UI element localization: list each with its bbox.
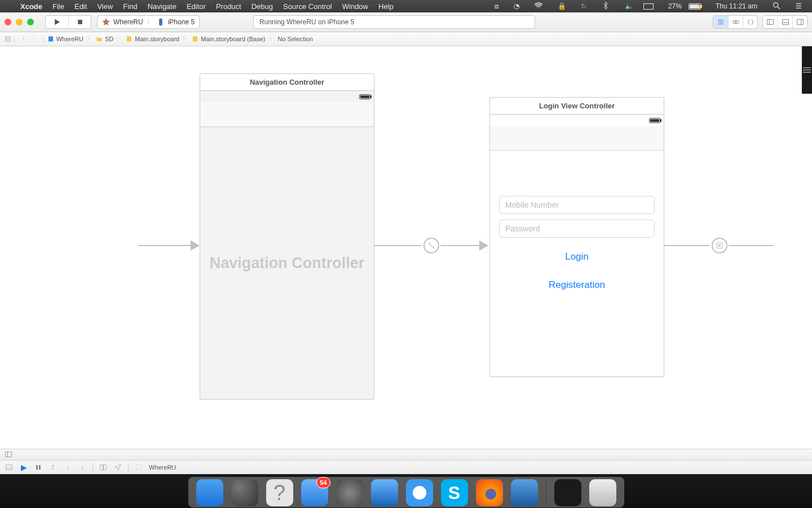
menu-editor[interactable]: Editor [182, 2, 210, 11]
debug-bar: ▶ ⤴ ↓ ↑ WhereRU [0, 460, 812, 474]
crumb-folder[interactable]: SD [105, 36, 113, 42]
battery-status[interactable]: 27% ⚡ [659, 2, 705, 10]
hide-debug-icon[interactable] [5, 463, 14, 472]
login-view-controller-scene[interactable]: Login View Controller Mobile Number Pass… [489, 97, 664, 377]
dock-minimized-window-icon[interactable] [554, 479, 581, 506]
version-editor-icon[interactable] [743, 16, 757, 28]
related-items-icon[interactable] [5, 36, 11, 42]
dock-help-icon[interactable]: ? [266, 479, 293, 506]
editor-mode-segmented[interactable] [713, 15, 758, 29]
mobile-number-field[interactable]: Mobile Number [499, 196, 655, 214]
status-bar [200, 91, 374, 102]
outline-toggle-icon[interactable] [5, 450, 12, 458]
process-name[interactable]: WhereRU [149, 464, 176, 471]
desktop-background: ? 54 S [0, 474, 812, 508]
menu-product[interactable]: Product [211, 2, 246, 11]
menu-navigate[interactable]: Navigate [143, 2, 181, 11]
notification-center-icon[interactable]: ☰ [791, 2, 806, 10]
menu-debug[interactable]: Debug [247, 2, 277, 11]
step-over-icon[interactable]: ⤴ [48, 463, 58, 472]
login-button[interactable]: Login [565, 251, 589, 262]
storyboard-canvas[interactable]: Navigation Controller Navigation Control… [0, 46, 812, 460]
location-icon[interactable] [113, 463, 122, 472]
forward-button[interactable]: 〉 [30, 35, 40, 43]
password-field[interactable]: Password [499, 220, 655, 238]
dock-trash-icon[interactable] [589, 479, 616, 506]
crumb-file[interactable]: Main.storyboard [135, 36, 179, 42]
wifi-icon[interactable] [529, 1, 548, 12]
app-menu[interactable]: Xcode [16, 2, 47, 11]
dock-system-preferences-icon[interactable] [336, 479, 363, 506]
menu-edit[interactable]: Edit [70, 2, 91, 11]
pocket-icon[interactable]: ◔ [509, 2, 524, 10]
breakpoint-toggle-icon[interactable]: ▶ [19, 463, 28, 472]
device-icon [157, 18, 165, 26]
dock-launchpad-icon[interactable] [231, 479, 258, 506]
dock: ? 54 S [188, 477, 624, 507]
input-icon[interactable] [643, 3, 654, 10]
process-icon[interactable] [134, 463, 143, 472]
step-into-icon[interactable]: ↓ [63, 463, 72, 472]
show-segue-icon[interactable] [712, 238, 727, 253]
dock-safari-icon[interactable] [406, 479, 433, 506]
svg-rect-17 [6, 37, 8, 39]
menu-window[interactable]: Window [338, 2, 373, 11]
svg-line-26 [430, 244, 434, 248]
menu-find[interactable]: Find [118, 2, 142, 11]
toggle-utilities-icon[interactable] [792, 16, 807, 28]
menu-help[interactable]: Help [374, 2, 398, 11]
assistant-editor-icon[interactable] [728, 16, 743, 28]
menu-view[interactable]: View [92, 2, 117, 11]
view-debug-icon[interactable] [99, 463, 108, 472]
crumb-project[interactable]: WhereRU [56, 36, 83, 42]
stop-button[interactable] [68, 16, 91, 28]
scheme-target-label: WhereRU [113, 18, 143, 26]
dock-xcode-icon[interactable] [371, 479, 398, 506]
standard-editor-icon[interactable] [713, 16, 728, 28]
hidden-panel-tab[interactable] [802, 46, 812, 94]
run-button[interactable] [46, 16, 68, 28]
dock-simulator-icon[interactable] [511, 479, 538, 506]
lock-icon[interactable]: 🔒 [553, 2, 571, 10]
menu-source-control[interactable]: Source Control [279, 2, 337, 11]
svg-rect-21 [48, 37, 53, 42]
crumb-base[interactable]: Main.storyboard (Base) [201, 36, 265, 42]
dock-skype-icon[interactable]: S [441, 479, 468, 506]
jump-bar[interactable]: | 〈 〉 | WhereRU 〉 SD 〉 Main.storyboard 〉… [0, 32, 812, 46]
window-minimize-button[interactable] [16, 19, 23, 25]
crumb-selection[interactable]: No Selection [278, 36, 313, 42]
spotlight-icon[interactable] [767, 1, 785, 12]
dock-finder-icon[interactable] [196, 479, 223, 506]
window-zoom-button[interactable] [27, 19, 34, 25]
root-segue-icon[interactable] [423, 238, 439, 253]
navigation-controller-scene[interactable]: Navigation Controller Navigation Control… [200, 73, 374, 400]
window-close-button[interactable] [5, 19, 11, 25]
back-button[interactable]: 〈 [17, 35, 28, 43]
dock-mail-icon[interactable]: 54 [301, 479, 328, 506]
mobile-placeholder: Mobile Number [505, 200, 559, 209]
status-bar [490, 115, 664, 126]
dock-firefox-icon[interactable] [476, 479, 503, 506]
menu-file[interactable]: File [48, 2, 69, 11]
step-out-icon[interactable]: ↑ [78, 463, 87, 472]
bluetooth-icon[interactable] [597, 1, 615, 12]
panel-toggle-segmented[interactable] [762, 15, 807, 29]
svg-rect-29 [6, 452, 12, 457]
toggle-navigator-icon[interactable] [763, 16, 778, 28]
pause-icon[interactable] [34, 463, 43, 472]
svg-rect-23 [193, 37, 197, 42]
svg-rect-15 [797, 19, 803, 24]
svg-rect-19 [6, 40, 8, 42]
toolbar: WhereRU 〉 iPhone 5 Running WhereRU on iP… [0, 12, 812, 32]
menu-bar: Xcode File Edit View Find Navigate Edito… [0, 0, 812, 12]
toggle-debug-icon[interactable] [778, 16, 792, 28]
registration-button[interactable]: Registeration [549, 279, 605, 291]
scheme-selector[interactable]: WhereRU 〉 iPhone 5 [97, 15, 200, 29]
nav-controller-placeholder: Navigation Controller [200, 127, 374, 399]
clock[interactable]: Thu 11:21 am [711, 2, 762, 10]
svg-point-0 [774, 2, 778, 7]
svg-rect-11 [767, 19, 774, 24]
volume-icon[interactable]: 🔈 [620, 2, 638, 10]
timemachine-icon[interactable]: ↻ [576, 2, 591, 10]
dropbox-icon[interactable]: ⧈ [490, 2, 504, 10]
